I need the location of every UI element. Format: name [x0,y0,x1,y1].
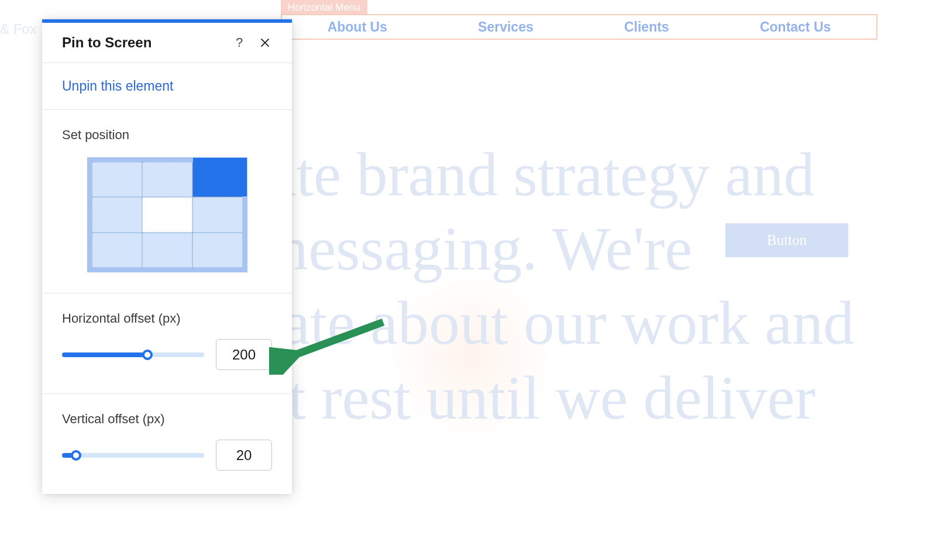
anchor-top-center[interactable] [142,162,192,197]
anchor-middle-left[interactable] [92,197,142,232]
nav-item-services[interactable]: Services [478,19,534,35]
element-type-badge: Horizontal Menu [281,0,367,15]
unpin-section: Unpin this element [42,63,292,110]
vertical-offset-section: Vertical offset (px) [42,394,292,494]
pinned-button-element[interactable]: Button [725,223,848,257]
anchor-bottom-left[interactable] [92,233,142,268]
nav-item-contact[interactable]: Contact Us [760,19,831,35]
vertical-offset-slider[interactable] [62,453,204,458]
anchor-top-right[interactable] [192,162,243,197]
anchor-bottom-right[interactable] [192,233,243,268]
close-icon[interactable] [256,33,274,52]
panel-header: Pin to Screen ? [42,23,292,63]
anchor-middle-right[interactable] [192,197,243,232]
vertical-offset-input[interactable] [216,440,272,471]
help-icon[interactable]: ? [230,33,249,52]
anchor-top-left[interactable] [92,162,142,197]
horizontal-offset-input[interactable] [216,339,272,370]
panel-title: Pin to Screen [62,34,230,51]
horizontal-offset-section: Horizontal offset (px) [42,293,292,394]
nav-item-clients[interactable]: Clients [624,19,669,35]
set-position-section: Set position [42,110,292,293]
pin-to-screen-panel: Pin to Screen ? Unpin this element Set p… [42,19,292,494]
anchor-bottom-center[interactable] [142,233,192,268]
vertical-slider-thumb[interactable] [71,450,81,461]
anchor-center[interactable] [142,197,192,232]
horizontal-offset-label: Horizontal offset (px) [62,311,272,326]
horizontal-slider-thumb[interactable] [142,350,153,360]
horizontal-menu[interactable]: About Us Services Clients Contact Us [281,14,878,40]
vertical-offset-label: Vertical offset (px) [62,412,272,427]
unpin-link[interactable]: Unpin this element [62,78,174,94]
site-logo-fragment: & Fox [0,21,37,37]
horizontal-offset-slider[interactable] [62,352,204,357]
set-position-label: Set position [62,127,272,143]
nav-item-about[interactable]: About Us [328,19,387,35]
position-anchor-grid [87,157,247,272]
